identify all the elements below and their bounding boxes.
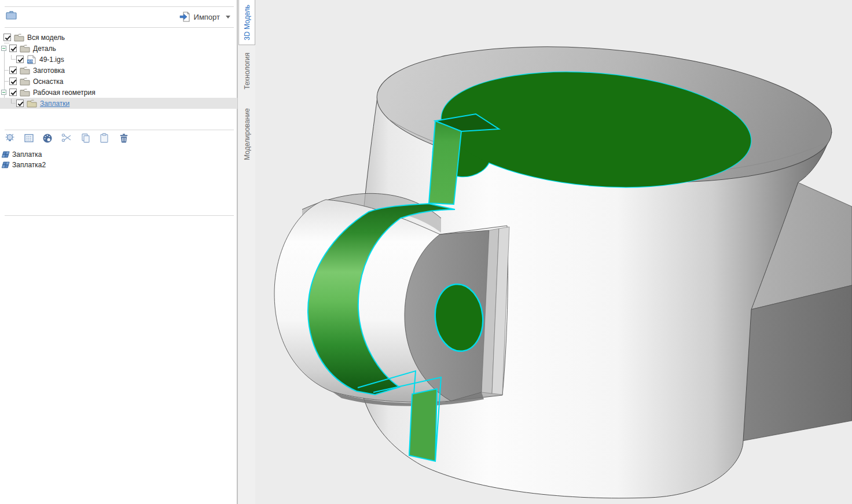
tree-row-osnastka[interactable]: Оснастка	[0, 76, 237, 87]
palette-icon	[42, 133, 53, 144]
folder-icon	[5, 10, 18, 20]
import-label: Импорт	[194, 13, 220, 21]
tree-row-zagotovka[interactable]: Заготовка	[0, 65, 237, 76]
patch-surface-icon	[1, 151, 10, 159]
tree-label: Заготовка	[33, 67, 65, 75]
tree-toolbar: Импорт	[0, 7, 237, 28]
folder-icon	[20, 45, 30, 53]
properties-icon	[23, 133, 35, 144]
checkbox-checked[interactable]	[3, 34, 11, 41]
model-tree-panel: Импорт Вся модель	[0, 0, 237, 504]
svg-text:IGS: IGS	[28, 60, 34, 63]
paste-button[interactable]	[98, 133, 110, 144]
copy-button[interactable]	[80, 133, 91, 144]
folder-icon	[20, 67, 30, 75]
collapse-expander-icon[interactable]	[1, 90, 6, 95]
3d-viewport[interactable]	[255, 0, 852, 504]
checkbox-checked[interactable]	[9, 78, 17, 85]
tree-guide-line	[4, 70, 9, 71]
chevron-down-icon	[226, 16, 230, 19]
folder-icon	[14, 34, 24, 42]
folder-icon	[20, 89, 30, 97]
tree-label: Деталь	[33, 45, 56, 53]
tab-label: Моделирование	[243, 108, 251, 160]
tree-label: 49-1.igs	[39, 56, 64, 64]
checkbox-checked[interactable]	[16, 56, 24, 63]
model-tree: Вся модель Деталь	[0, 30, 237, 111]
tree-row-igs-file[interactable]: IGS 49-1.igs	[0, 54, 237, 65]
checkbox-checked[interactable]	[9, 89, 17, 96]
tree-guide-line	[11, 99, 16, 104]
tree-row-rabochaya-geometriya[interactable]: Рабочая геометрия	[0, 87, 237, 98]
divider	[5, 215, 234, 216]
import-button[interactable]: Импорт	[177, 9, 233, 24]
tree-guide-line	[11, 55, 16, 60]
patch-item-label: Заплатка	[12, 150, 42, 159]
divider	[5, 130, 234, 130]
tab-3d-model[interactable]: 3D Модель	[238, 0, 255, 45]
igs-file-icon: IGS	[27, 55, 36, 64]
checkbox-checked[interactable]	[9, 45, 17, 52]
tree-row-zaplatki[interactable]: Заплатки	[0, 98, 237, 109]
open-folder-button[interactable]	[5, 10, 18, 21]
checkbox-checked[interactable]	[9, 67, 17, 74]
visibility-lamp-button[interactable]	[4, 133, 16, 144]
collapse-expander-icon[interactable]	[1, 46, 6, 51]
list-item-zaplatka[interactable]: Заплатка	[1, 149, 42, 160]
tree-label: Оснастка	[33, 78, 63, 86]
patch-item-label: Заплатка2	[12, 161, 46, 169]
tab-modeling[interactable]: Моделирование	[238, 97, 255, 171]
tree-label: Вся модель	[27, 34, 65, 42]
tab-label: 3D Модель	[243, 5, 251, 41]
lamp-icon	[4, 133, 16, 144]
copy-icon	[80, 133, 91, 144]
trash-icon	[118, 133, 130, 144]
folder-icon	[27, 100, 37, 108]
scissors-icon	[61, 133, 72, 144]
properties-button[interactable]	[23, 133, 35, 144]
lower-patch-face[interactable]	[409, 389, 437, 461]
app-window: Импорт Вся модель	[0, 0, 852, 504]
tree-label-selected[interactable]: Заплатки	[40, 100, 69, 108]
delete-button[interactable]	[118, 133, 130, 144]
list-item-zaplatka2[interactable]: Заплатка2	[1, 160, 46, 170]
import-icon	[179, 11, 190, 23]
folder-icon	[20, 78, 30, 86]
patch-surface-icon	[1, 161, 10, 169]
cut-button[interactable]	[61, 133, 72, 144]
arm-front-face[interactable]	[742, 285, 852, 441]
patch-toolbar	[0, 132, 237, 147]
tree-row-vsya-model[interactable]: Вся модель	[0, 32, 237, 43]
palette-button[interactable]	[42, 133, 53, 144]
paste-icon	[98, 133, 110, 144]
tree-row-detal[interactable]: Деталь	[0, 43, 237, 54]
tree-guide-line	[4, 81, 9, 82]
checkbox-checked[interactable]	[16, 100, 24, 107]
tab-label: Технология	[243, 53, 251, 90]
tree-label: Рабочая геометрия	[33, 89, 96, 97]
workspace-tab-strip: 3D Модель Технология Моделирование	[237, 0, 255, 504]
tab-technology[interactable]: Технология	[238, 46, 255, 96]
